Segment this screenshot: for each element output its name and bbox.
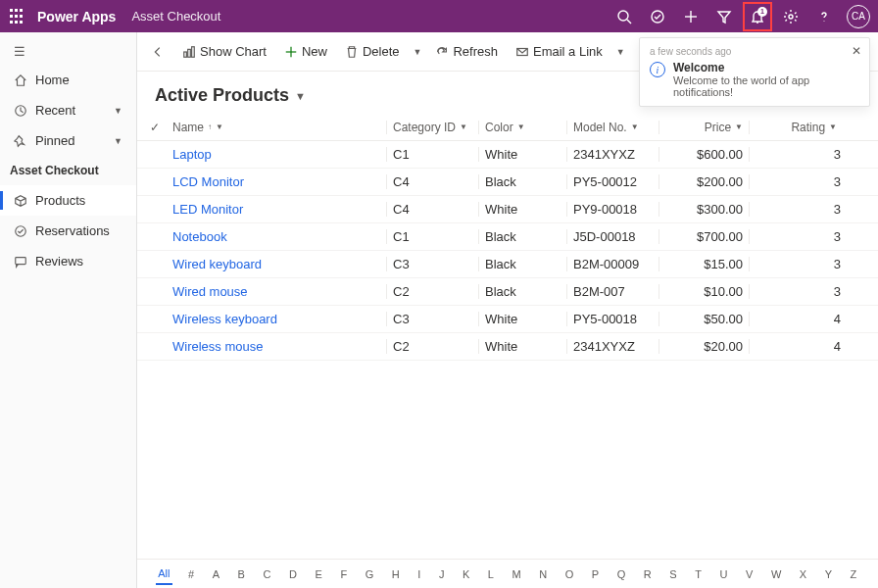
nav-section-header: Asset Checkout — [0, 156, 136, 185]
user-avatar[interactable]: CA — [847, 5, 870, 28]
alpha-o[interactable]: O — [563, 564, 576, 584]
col-price[interactable]: Price▼ — [658, 121, 749, 134]
delete-split-chevron[interactable]: ▼ — [412, 47, 424, 57]
product-link[interactable]: Laptop — [172, 147, 212, 162]
product-link[interactable]: LCD Monitor — [172, 174, 244, 189]
cell-price: $600.00 — [658, 147, 749, 162]
nav-recent[interactable]: Recent ▼ — [0, 95, 136, 125]
alpha-a[interactable]: A — [211, 564, 221, 584]
alpha-x[interactable]: X — [798, 564, 808, 584]
table-body: LaptopC1White2341XYXZ$600.003LCD Monitor… — [137, 141, 878, 361]
nav-reviews[interactable]: Reviews — [0, 246, 136, 276]
alpha-z[interactable]: Z — [849, 564, 859, 584]
email-link-button[interactable]: Email a Link — [510, 40, 609, 63]
svg-rect-11 — [192, 46, 195, 57]
alpha-q[interactable]: Q — [615, 564, 628, 584]
email-split-chevron[interactable]: ▼ — [614, 47, 627, 57]
alpha-h[interactable]: H — [390, 564, 402, 584]
table-row[interactable]: Wireless mouseC2White2341XYXZ$20.004 — [137, 333, 878, 361]
col-rating[interactable]: Rating▼ — [749, 121, 847, 134]
search-icon[interactable] — [610, 2, 639, 31]
cell-price: $10.00 — [658, 284, 749, 299]
alpha-k[interactable]: K — [461, 564, 471, 584]
svg-rect-9 — [184, 52, 187, 57]
chevron-down-icon: ▼ — [114, 106, 122, 116]
clock-icon — [14, 104, 27, 118]
alpha-#[interactable]: # — [186, 564, 196, 584]
alpha-m[interactable]: M — [511, 564, 523, 584]
table-row[interactable]: LCD MonitorC4BlackPY5-00012$200.003 — [137, 169, 878, 196]
cell-color: White — [478, 312, 566, 326]
alpha-i[interactable]: I — [415, 564, 422, 584]
table-row[interactable]: Wireless keyboardC3WhitePY5-00018$50.004 — [137, 306, 878, 333]
cell-category: C1 — [386, 147, 478, 162]
nav-pinned[interactable]: Pinned ▼ — [0, 125, 136, 156]
cell-price: $200.00 — [658, 174, 749, 189]
alpha-l[interactable]: L — [486, 564, 496, 584]
app-launcher-icon[interactable] — [8, 7, 27, 26]
svg-point-0 — [618, 11, 628, 21]
alpha-e[interactable]: E — [314, 564, 324, 584]
hamburger-icon[interactable]: ☰ — [0, 38, 136, 65]
nav-products[interactable]: Products — [0, 185, 136, 216]
table-row[interactable]: NotebookC1BlackJ5D-00018$700.003 — [137, 223, 878, 251]
close-icon[interactable]: ✕ — [852, 44, 861, 58]
cell-price: $20.00 — [658, 339, 749, 354]
delete-button[interactable]: Delete — [339, 40, 406, 63]
alpha-g[interactable]: G — [364, 564, 376, 584]
alpha-y[interactable]: Y — [823, 564, 834, 584]
product-link[interactable]: Wireless mouse — [172, 339, 263, 354]
alpha-n[interactable]: N — [537, 564, 549, 584]
col-name[interactable]: Name↑▼ — [167, 121, 386, 134]
product-link[interactable]: Wired keyboard — [172, 257, 262, 271]
cell-model: PY5-00012 — [566, 174, 658, 189]
product-link[interactable]: Notebook — [172, 229, 227, 244]
product-link[interactable]: Wired mouse — [172, 284, 248, 299]
cell-rating: 4 — [749, 312, 847, 326]
table-row[interactable]: Wired keyboardC3BlackB2M-00009$15.003 — [137, 251, 878, 278]
svg-point-5 — [789, 15, 793, 19]
product-link[interactable]: Wireless keyboard — [172, 312, 277, 326]
cell-category: C2 — [386, 339, 478, 354]
alpha-p[interactable]: P — [590, 564, 601, 584]
alpha-w[interactable]: W — [769, 564, 783, 584]
svg-rect-10 — [188, 49, 191, 57]
alpha-u[interactable]: U — [718, 564, 730, 584]
alpha-v[interactable]: V — [744, 564, 755, 584]
alpha-t[interactable]: T — [693, 564, 704, 584]
product-link[interactable]: LED Monitor — [172, 202, 243, 217]
filter-icon[interactable] — [709, 2, 739, 31]
alpha-r[interactable]: R — [642, 564, 654, 584]
col-category[interactable]: Category ID▼ — [386, 121, 478, 134]
col-model[interactable]: Model No.▼ — [566, 121, 658, 134]
cell-category: C3 — [386, 257, 478, 271]
alpha-b[interactable]: B — [236, 564, 247, 584]
settings-icon[interactable] — [776, 2, 805, 31]
back-button[interactable] — [145, 41, 171, 63]
table-row[interactable]: LaptopC1White2341XYXZ$600.003 — [137, 141, 878, 169]
svg-point-7 — [16, 225, 26, 236]
chat-icon — [14, 255, 27, 269]
notifications-icon[interactable]: 1 — [743, 2, 772, 31]
table-row[interactable]: Wired mouseC2BlackB2M-007$10.003 — [137, 278, 878, 306]
nav-reservations[interactable]: Reservations — [0, 216, 136, 246]
alpha-s[interactable]: S — [667, 564, 678, 584]
task-icon[interactable] — [643, 2, 672, 31]
table-row[interactable]: LED MonitorC4WhitePY9-00018$300.003 — [137, 196, 878, 223]
new-button[interactable]: New — [278, 40, 333, 63]
select-all-toggle[interactable]: ✓ — [143, 121, 167, 134]
col-color[interactable]: Color▼ — [478, 121, 566, 134]
alpha-f[interactable]: F — [338, 564, 349, 584]
cell-model: 2341XYXZ — [566, 339, 658, 354]
help-icon[interactable] — [809, 2, 839, 31]
add-icon[interactable] — [676, 2, 706, 31]
alpha-all[interactable]: All — [156, 564, 171, 585]
svg-rect-8 — [16, 257, 26, 264]
alpha-j[interactable]: J — [437, 564, 447, 584]
cell-price: $15.00 — [658, 257, 749, 271]
alpha-d[interactable]: D — [287, 564, 299, 584]
show-chart-button[interactable]: Show Chart — [176, 40, 272, 63]
refresh-button[interactable]: Refresh — [429, 40, 504, 63]
alpha-c[interactable]: C — [262, 564, 273, 584]
nav-home[interactable]: Home — [0, 65, 136, 95]
